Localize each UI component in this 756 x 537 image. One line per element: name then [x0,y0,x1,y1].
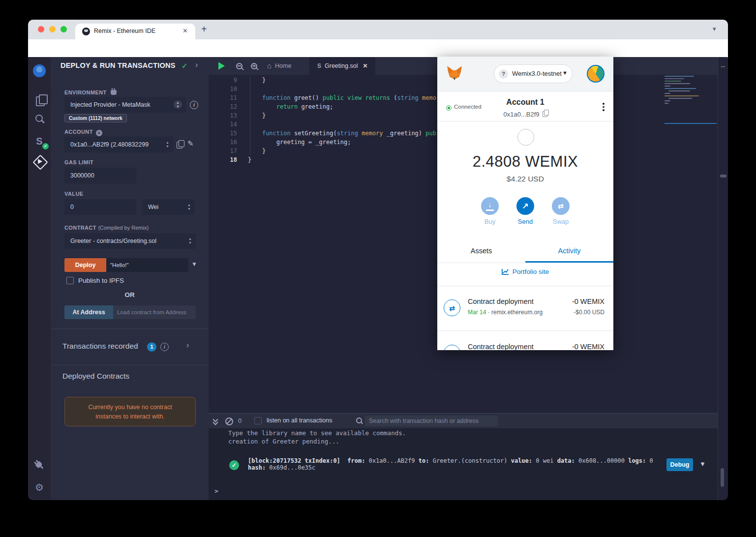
edit-account-icon[interactable]: ✎ [187,139,194,148]
tab-search-chevron-icon[interactable]: ▾ [713,25,716,32]
copy-account-icon[interactable] [177,142,182,149]
constructor-arg-input[interactable] [106,258,188,272]
collapse-terminal-icon[interactable] [213,418,217,423]
terminal-search-input[interactable] [365,416,498,426]
send-label[interactable]: Send [511,218,540,225]
select-stepper-icon: ▲▼ [187,203,191,211]
at-address-button[interactable]: At Address [64,305,113,319]
transactions-expand-chevron-icon[interactable]: › [186,341,189,350]
tab-activity[interactable]: Activity [525,239,613,262]
remix-logo-icon[interactable] [33,64,46,77]
panel-title: DEPLOY & RUN TRANSACTIONS [60,61,176,69]
environment-label: ENVIRONMENT [64,90,117,95]
divider [437,121,613,121]
environment-select[interactable]: Injected Provider - MetaMask ▲▼ [64,97,186,113]
terminal-prompt[interactable]: > [214,487,218,495]
debug-expand-chevron-icon[interactable]: ▼ [699,460,706,468]
add-account-icon[interactable]: + [96,130,102,136]
search-icon[interactable] [35,115,43,122]
account-address[interactable]: 0x1a0...B2f9 [437,111,613,118]
account-avatar[interactable] [587,65,605,83]
copy-address-icon[interactable] [543,111,547,117]
activity-amount: -0 WEMIX [572,298,605,305]
deploy-run-icon[interactable] [32,154,48,170]
run-script-play-icon[interactable] [218,62,225,70]
activity-subtitle: Mar 14 · remix.ethereum.org [468,309,543,316]
clear-console-icon[interactable] [225,418,233,425]
solidity-file-icon: S [317,62,321,69]
swap-label[interactable]: Swap [546,218,575,224]
account-select[interactable]: 0x1a0...AB2f9 (2.480832299 ▲▼ [64,137,173,152]
editor-right-gutter: ↔ [718,57,728,500]
settings-gear-icon[interactable]: ⚙ [33,482,45,494]
panel-divider [51,365,209,365]
minimap[interactable] [665,76,717,135]
transactions-info-icon[interactable]: i [160,343,169,351]
file-explorer-icon[interactable] [36,96,45,106]
minimap-current-line [665,123,717,124]
buy-label[interactable]: Buy [475,218,505,224]
wallet-balance: 2.4808 WEMIX [437,153,613,171]
terminal: 0 listen on all transactions Type the li… [209,413,718,500]
terminal-scrollbar-handle[interactable] [721,468,724,487]
code-text: } [248,155,251,164]
value-unit-select[interactable]: Wei ▲▼ [142,199,195,215]
zoom-out-icon[interactable] [236,63,242,69]
line-number: 17 [223,147,237,155]
send-button[interactable]: ↗ [516,197,534,215]
line-number: 12 [223,102,237,111]
scrollbar-handle[interactable] [720,175,726,178]
gas-limit-label: GAS LIMIT [64,159,93,165]
deployed-contracts-label: Deployed Contracts [62,372,129,381]
line-number: 15 [223,129,237,138]
line-number: 10 [223,85,237,93]
resize-horizontal-icon[interactable]: ↔ [720,62,725,69]
remix-icon-rail: S✓ ⚙ [28,57,51,500]
metamask-popup: ? Wemix3.0-testnet ▼ Connected Account 1… [437,57,613,350]
listen-transactions-checkbox[interactable] [254,417,262,424]
close-tab-icon[interactable]: ✕ [182,27,188,34]
line-number: 16 [223,138,237,147]
swap-arrows-icon: ⇄ [558,202,564,210]
swap-button[interactable]: ⇄ [552,197,570,215]
activity-amount: -0 WEMIX [572,343,605,350]
transactions-count-badge: 1 [147,342,156,352]
close-tab-icon[interactable]: ✕ [363,62,367,69]
contract-select[interactable]: Greeter - contracts/Greeting.sol ▲▼ [64,233,196,249]
account-name[interactable]: Account 1 [437,98,613,107]
tab-home[interactable]: ⌂Home [260,57,298,75]
tx-log-line[interactable]: [block:20717532 txIndex:0] from: 0x1a0..… [248,457,653,464]
publish-ipfs-checkbox[interactable] [66,277,74,284]
tab-greeting-sol[interactable]: SGreeting.sol✕ [309,57,375,75]
code-text: greeting = _greeting; [248,138,351,147]
debug-button[interactable]: Debug [666,458,693,471]
deploy-expand-chevron-icon[interactable]: ▼ [191,261,197,268]
account-options-icon[interactable] [603,103,605,113]
at-address-input[interactable] [113,305,196,319]
value-input[interactable] [64,199,136,215]
network-name: Wemix3.0-testnet [512,70,562,77]
listen-transactions-label: listen on all transactions [267,417,332,424]
activity-item[interactable]: ⇄ Contract deployment -0 WEMIX [437,331,613,350]
browser-tab[interactable]: Remix - Ethereum IDE ✕ [75,24,195,39]
new-tab-button[interactable]: + [201,24,207,35]
tab-assets[interactable]: Assets [437,239,525,262]
close-window-button[interactable] [38,26,44,32]
panel-divider [51,328,209,329]
zoom-in-icon[interactable] [251,63,257,69]
terminal-toolbar: 0 listen on all transactions [209,414,718,428]
environment-info-icon[interactable]: i [190,101,198,109]
solidity-compiler-icon[interactable]: S✓ [33,136,45,148]
deploy-button[interactable]: Deploy [64,258,106,272]
plugin-manager-icon[interactable] [35,461,43,469]
portfolio-site-link[interactable]: Portfolio site [437,268,613,275]
network-selector[interactable]: ? Wemix3.0-testnet ▼ [494,64,573,83]
buy-button[interactable]: ↓ [481,197,499,215]
activity-item[interactable]: ⇄ Contract deployment Mar 14 · remix.eth… [437,286,613,331]
gas-limit-input[interactable] [64,168,136,183]
minimize-window-button[interactable] [49,26,56,32]
home-icon: ⌂ [267,61,272,70]
fullscreen-window-button[interactable] [60,26,67,32]
panel-expand-chevron-icon[interactable]: › [195,60,198,69]
send-arrow-icon: ↗ [522,202,528,210]
